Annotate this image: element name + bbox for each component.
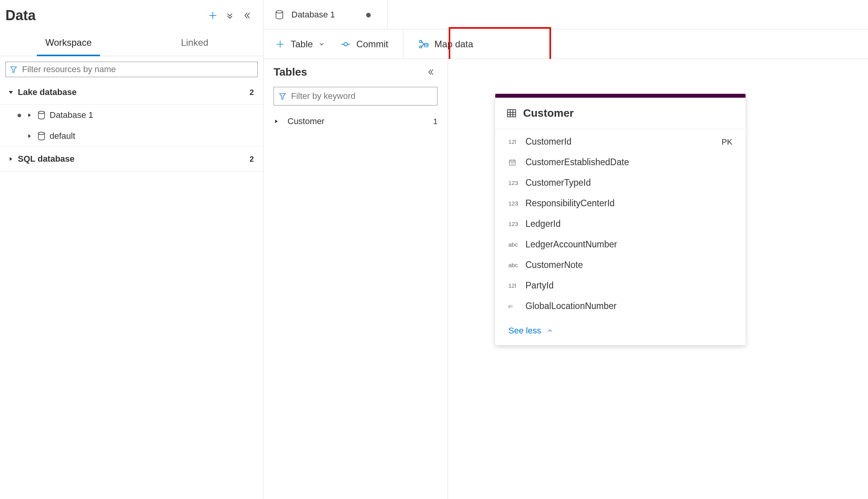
type-bigint-icon: 12l [508,282,525,289]
svg-marker-3 [9,91,13,94]
sidebar-title: Data [5,7,204,24]
filter-resources-box[interactable] [5,62,258,77]
chevron-up-icon [546,327,553,334]
type-int-icon: 123 [508,221,525,227]
double-chevron-down-icon [225,11,234,20]
type-string-icon: abc [508,241,525,248]
column-row[interactable]: abc CustomerNote [495,255,746,275]
tab-linked[interactable]: Linked [132,32,258,56]
filter-icon [279,92,286,100]
tree-group-sql[interactable]: SQL database 2 [0,147,263,171]
svg-point-17 [424,43,428,45]
type-date-icon: 12 [508,159,525,166]
tree-group-label: Lake database [16,87,250,97]
sidebar-tabs: Workspace Linked [0,32,263,56]
data-sidebar: Data Workspace Linked Lake database 2 [0,0,264,499]
add-button[interactable] [204,7,221,24]
column-row[interactable]: ex GlobalLocationNumber [495,296,746,316]
column-row[interactable]: 12 CustomerEstablishedDate [495,152,746,173]
double-chevron-left-icon [426,68,435,76]
chevron-down-icon [318,41,325,48]
resource-tree: Lake database 2 ● Database 1 default [0,80,263,171]
svg-marker-4 [28,113,31,117]
filter-tables-box[interactable] [274,87,437,105]
map-data-icon [418,39,429,50]
designer-canvas[interactable]: Customer 12l CustomerId PK 12 CustomerEs… [448,59,868,499]
sidebar-header: Data [0,7,263,32]
entity-card-customer[interactable]: Customer 12l CustomerId PK 12 CustomerEs… [495,94,746,345]
editor-main: Database 1 ● Table Commit [264,0,868,499]
svg-point-9 [276,10,282,13]
dirty-dot-icon: ● [342,9,372,20]
see-less-toggle[interactable]: See less [495,319,746,345]
column-row[interactable]: abc LedgerAccountNumber [495,234,746,255]
type-int-icon: 123 [508,200,525,207]
caret-down-icon [5,89,16,95]
tables-panel-title: Tables [274,66,424,78]
tables-panel-header: Tables [264,61,448,84]
commit-icon [341,39,351,49]
svg-marker-2 [11,67,17,73]
svg-rect-16 [420,46,422,48]
svg-marker-21 [280,93,286,99]
tab-workspace[interactable]: Workspace [5,32,132,56]
commit-button[interactable]: Commit [338,36,391,52]
toolbar-divider [403,29,403,59]
svg-line-18 [422,41,424,44]
new-table-button[interactable]: Table [272,36,328,52]
double-chevron-left-icon [242,11,251,20]
caret-right-icon [5,156,16,162]
filter-resources-input[interactable] [22,64,253,74]
filter-tables-input[interactable] [291,91,432,101]
column-row[interactable]: 123 LedgerId [495,214,746,234]
column-row[interactable]: 12l PartyId [495,275,746,296]
primary-key-badge: PK [722,137,732,147]
expand-all-button[interactable] [221,7,238,24]
svg-point-7 [38,132,45,135]
dirty-dot-icon: ● [15,110,24,120]
entity-name: Customer [523,107,574,119]
type-int-icon: 123 [508,180,525,186]
type-string-icon: abc [508,262,525,268]
sidebar-filter [0,56,263,80]
type-bigint-icon: 12l [508,138,525,145]
caret-right-icon [24,112,35,118]
tables-filter [264,84,448,109]
svg-marker-22 [275,119,277,123]
filter-icon [10,66,17,73]
svg-rect-23 [508,110,516,117]
svg-marker-8 [10,157,12,161]
svg-rect-15 [420,40,422,42]
tree-item-database-1[interactable]: ● Database 1 [0,105,263,126]
tree-item-default[interactable]: default [0,126,263,147]
database-icon [274,10,284,20]
document-tab-title: Database 1 [291,10,335,20]
type-expr-icon: ex [508,303,525,309]
column-row[interactable]: 12l CustomerId PK [495,131,746,152]
tables-panel: Tables Customer [264,59,448,499]
table-icon [506,108,517,119]
svg-line-19 [422,44,424,47]
tree-group-count: 2 [250,88,254,97]
column-row[interactable]: 123 CustomerTypeId [495,173,746,193]
tree-group-label: SQL database [16,154,250,164]
map-data-button[interactable]: Map data [415,36,476,52]
document-tab-database-1[interactable]: Database 1 ● [264,0,388,29]
caret-right-icon [24,133,35,139]
caret-right-icon [274,119,285,124]
document-tabstrip: Database 1 ● [264,0,868,29]
tables-list: Customer 1 [264,109,448,134]
svg-point-13 [344,42,348,46]
collapse-tables-panel-button[interactable] [424,65,437,79]
column-row[interactable]: 123 ResponsibilityCenterId [495,193,746,214]
tree-group-lake[interactable]: Lake database 2 [0,80,263,105]
plus-icon [207,10,218,21]
tables-row-customer[interactable]: Customer 1 [264,111,448,132]
plus-icon [275,39,285,49]
database-icon [35,111,48,120]
entity-columns: 12l CustomerId PK 12 CustomerEstablished… [495,129,746,319]
command-bar: Table Commit Map data [264,29,868,59]
entity-card-header: Customer [495,98,746,129]
collapse-sidebar-button[interactable] [238,7,255,24]
svg-marker-6 [28,134,31,138]
